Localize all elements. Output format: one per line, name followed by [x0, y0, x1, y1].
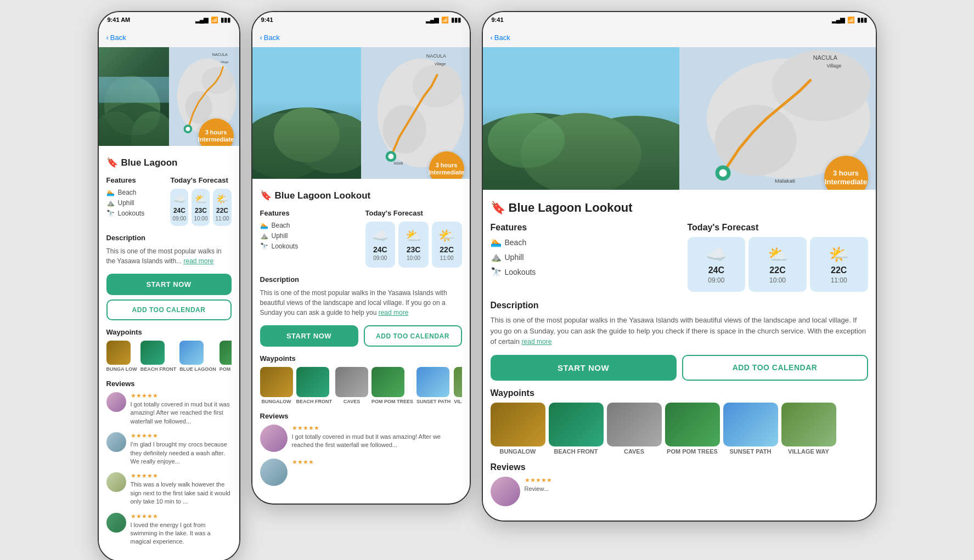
phone-large: 9:41 ▂▄▆ 📶 ▮▮▮ ‹ Back — [482, 11, 877, 522]
forecast-time-2-0: 09:00 — [369, 255, 392, 261]
add-calendar-button-3[interactable]: ADD TOO CALENDAR — [682, 355, 868, 381]
nav-bar-3: ‹ Back — [483, 27, 876, 47]
hero-photo-1 — [99, 47, 169, 146]
review-content-3-1: ★★★★★ I loved the energy I got from swim… — [131, 513, 232, 546]
review-content-0-2: ★★★★★ I got totally covered in mud but i… — [292, 425, 462, 452]
review-content-1-2: ★★★★ — [292, 459, 462, 486]
feature-lookouts-2: 🔭 Lookouts — [260, 242, 357, 250]
review-item-2-1: ★★★★★ This was a lovely walk however the… — [106, 472, 232, 506]
svg-point-31 — [488, 113, 565, 168]
start-now-button-3[interactable]: START NOW — [491, 355, 677, 381]
review-item-1-2: ★★★★ — [260, 459, 462, 486]
waypoint-img-3-2 — [371, 367, 404, 397]
waypoints-label-3: Waypoints — [491, 388, 868, 398]
duration-level-3: Intermediate — [825, 178, 867, 186]
description-section-3: Description This is one of the most popu… — [491, 301, 868, 347]
read-more-link-2[interactable]: read more — [379, 309, 409, 316]
add-calendar-button-2[interactable]: ADD TOO CALENDAR — [364, 325, 462, 347]
review-content-0-3: ★★★★★ Review... — [525, 477, 868, 506]
waypoint-img-2-1 — [179, 341, 204, 365]
uphill-icon-1: ⛰️ — [106, 199, 115, 207]
waypoints-grid-2: BUNGALOW BEACH FRONT CAVES POM POM TREES… — [260, 367, 462, 404]
start-now-button-2[interactable]: START NOW — [260, 325, 358, 347]
reviews-label-3: Reviews — [491, 462, 868, 472]
back-button-1[interactable]: ‹ Back — [106, 33, 126, 42]
waypoints-label-1: Waypoints — [106, 328, 232, 336]
reviews-label-2: Reviews — [260, 412, 462, 420]
svg-point-15 — [296, 113, 361, 173]
forecast-temp-1-0: 24C — [172, 207, 186, 214]
back-chevron-2: ‹ — [260, 33, 262, 42]
back-button-2[interactable]: ‹ Back — [260, 33, 280, 42]
status-bar-3: 9:41 ▂▄▆ 📶 ▮▮▮ — [483, 12, 876, 27]
forecast-time-3-2: 11:00 — [815, 276, 863, 284]
bookmark-icon-2: 🔖 — [260, 190, 272, 201]
forecast-icon-1-2: 🌤️ — [215, 193, 229, 205]
signal-icon-1: ▂▄▆ — [195, 16, 209, 24]
time-1: 9:41 AM — [108, 16, 131, 23]
beach-icon-2: 🏊 — [260, 222, 268, 229]
review-content-2-1: ★★★★★ This was a lovely walk however the… — [131, 472, 232, 506]
forecast-temp-1-2: 22C — [215, 207, 229, 214]
back-label-3: Back — [494, 33, 510, 42]
forecast-temp-2-2: 22C — [435, 245, 459, 254]
waypoint-0-1: BUNGA LOW — [106, 341, 137, 372]
duration-hours-3: 3 hours — [833, 169, 859, 178]
content-1: 🔖 Blue Lagoon Features 🏊 Beach ⛰️ Uphill… — [99, 146, 239, 560]
forecast-icon-2-0: ☁️ — [369, 228, 392, 244]
features-forecast-row-2: Features 🏊 Beach ⛰️ Uphill 🔭 Lookouts To… — [260, 209, 462, 268]
forecast-card-3-0: ☁️ 24C 09:00 — [688, 237, 746, 292]
back-button-3[interactable]: ‹ Back — [491, 33, 510, 42]
waypoint-img-1-3 — [549, 403, 604, 446]
forecast-card-1-2: 🌤️ 22C 11:00 — [213, 189, 231, 226]
svg-rect-26 — [483, 47, 679, 190]
review-item-1-1: ★★★★★ I'm glad I brought my crocs becaus… — [106, 432, 232, 466]
waypoint-label-2-1: BLUE LAGOON — [179, 366, 216, 372]
time-3: 9:41 — [492, 16, 504, 23]
bookmark-icon-1: 🔖 — [106, 157, 118, 168]
features-label-1: Features — [106, 176, 162, 184]
time-2: 9:41 — [261, 16, 273, 23]
read-more-link-1[interactable]: read more — [183, 257, 213, 265]
forecast-temp-3-0: 24C — [693, 265, 740, 275]
waypoint-4-2: SUNSET PATH — [416, 367, 451, 404]
svg-point-34 — [772, 50, 870, 121]
forecast-time-3-0: 09:00 — [693, 276, 740, 284]
forecast-temp-2-0: 24C — [369, 245, 392, 254]
svg-point-22 — [388, 154, 393, 159]
uphill-icon-3: ⛰️ — [491, 252, 502, 262]
reviews-section-1: Reviews ★★★★★ I got totally covered in m… — [106, 380, 232, 546]
waypoint-label-3-2: POM POM TREES — [371, 399, 413, 404]
forecast-col-3: Today's Forecast ☁️ 24C 09:00 ⛅ 22C 10:0… — [688, 223, 868, 292]
read-more-link-3[interactable]: read more — [522, 338, 552, 346]
reviewer-avatar-3-1 — [106, 513, 126, 533]
start-now-button-1[interactable]: START NOW — [106, 274, 232, 295]
forecast-card-2-1: ⛅ 23C 10:00 — [398, 222, 429, 268]
svg-point-29 — [565, 116, 679, 190]
hero-area-2: NACULA Village Isisili 3 hours Intermedi… — [252, 47, 470, 179]
forecast-time-1-1: 10:00 — [194, 216, 207, 222]
forecast-card-1-1: ⛅ 23C 10:00 — [192, 189, 210, 226]
hero-map-2: NACULA Village Isisili 3 hours Intermedi… — [361, 47, 470, 179]
svg-point-27 — [483, 118, 679, 190]
forecast-card-3-1: ⛅ 22C 10:00 — [748, 237, 807, 292]
review-text-0-1: I got totally covered in mud but it was … — [131, 400, 232, 426]
waypoint-img-3-1 — [219, 341, 232, 365]
waypoint-2-3: CAVES — [607, 403, 662, 455]
features-forecast-row-1: Features 🏊 Beach ⛰️ Uphill 🔭 Lookouts To… — [106, 176, 232, 226]
waypoint-1-3: BEACH FRONT — [549, 403, 604, 455]
svg-point-16 — [274, 108, 340, 162]
add-calendar-button-1[interactable]: ADD TOO CALENDAR — [106, 299, 232, 320]
signal-icon-3: ▂▄▆ — [832, 16, 845, 24]
reviewer-avatar-0-1 — [106, 392, 126, 412]
svg-text:Village: Village — [434, 62, 446, 66]
description-label-2: Description — [260, 275, 462, 284]
battery-icon-2: ▮▮▮ — [451, 16, 461, 24]
forecast-temp-1-1: 23C — [194, 207, 207, 214]
forecast-card-3-2: 🌤️ 22C 11:00 — [810, 237, 868, 292]
beach-icon-3: 🏊 — [491, 237, 502, 247]
waypoints-section-1: Waypoints BUNGA LOW BEACH FRONT BLUE LAG… — [106, 328, 232, 372]
duration-level-2: Intermediate — [429, 169, 464, 176]
description-section-2: Description This is one of the most popu… — [260, 275, 462, 318]
svg-text:NACULA: NACULA — [212, 53, 227, 56]
